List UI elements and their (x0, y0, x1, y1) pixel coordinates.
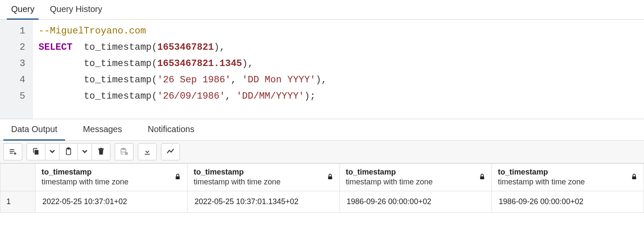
add-row-group (3, 143, 22, 160)
column-type: timestamp with time zone (194, 177, 280, 187)
line-number: 1 (0, 23, 25, 39)
code-func: to_timestamp (84, 91, 152, 102)
copy-dropdown-button[interactable] (45, 143, 60, 160)
editor-gutter: 1 2 3 4 5 (0, 20, 33, 119)
chevron-down-icon (80, 147, 89, 157)
copy-icon (32, 147, 40, 157)
tab-notifications[interactable]: Notifications (140, 119, 202, 140)
paste-button[interactable] (59, 143, 78, 160)
column-header[interactable]: to_timestamp timestamp with time zone (188, 164, 340, 191)
line-number: 5 (0, 88, 25, 105)
download-button[interactable] (138, 143, 157, 160)
add-row-icon (9, 147, 17, 157)
code-pad (39, 75, 84, 85)
code-punct: ), (242, 58, 253, 69)
svg-point-10 (121, 148, 126, 150)
save-data-button[interactable] (115, 143, 134, 160)
lock-icon (631, 173, 638, 182)
results-toolbar (0, 141, 644, 163)
svg-rect-11 (125, 152, 128, 155)
add-row-button[interactable] (3, 143, 22, 160)
download-icon (143, 147, 152, 157)
svg-rect-15 (480, 176, 484, 179)
code-string: '26/09/1986' (157, 91, 225, 102)
copy-group (27, 143, 110, 160)
row-number: 1 (0, 191, 36, 212)
chart-button[interactable] (161, 143, 180, 160)
column-name: to_timestamp (194, 167, 280, 177)
table-cell[interactable]: 1986-09-26 00:00:00+02 (492, 191, 644, 212)
svg-rect-5 (35, 150, 39, 154)
results-table: to_timestamp timestamp with time zone to… (0, 163, 644, 213)
code-string: 'DD/MM/YYYY' (236, 91, 304, 102)
code-punct: ( (152, 75, 157, 85)
tab-messages[interactable]: Messages (75, 119, 130, 140)
lock-icon (174, 173, 181, 182)
column-name: to_timestamp (346, 167, 433, 177)
code-punct: ( (152, 42, 157, 53)
database-save-icon (120, 147, 128, 157)
table-row[interactable]: 1 2022-05-25 10:37:01+02 2022-05-25 10:3… (0, 191, 644, 212)
code-string: '26 Sep 1986' (157, 75, 231, 85)
clipboard-icon (64, 147, 73, 157)
tab-query[interactable]: Query (3, 0, 42, 19)
code-punct: , (231, 75, 242, 85)
code-pad (39, 58, 84, 69)
query-tabs: Query Query History (0, 0, 644, 20)
line-number: 4 (0, 72, 25, 88)
column-header[interactable]: to_timestamp timestamp with time zone (36, 164, 188, 191)
delete-button[interactable] (92, 143, 110, 160)
copy-button[interactable] (27, 143, 45, 160)
result-tabs: Data Output Messages Notifications (0, 119, 644, 141)
column-header[interactable]: to_timestamp timestamp with time zone (340, 164, 492, 191)
table-cell[interactable]: 2022-05-25 10:37:01+02 (36, 191, 188, 212)
column-type: timestamp with time zone (346, 177, 433, 187)
column-type: timestamp with time zone (42, 177, 128, 187)
tab-data-output[interactable]: Data Output (3, 119, 65, 140)
row-number-header (0, 164, 36, 191)
code-punct: , (225, 91, 236, 102)
code-punct: ( (152, 58, 157, 69)
table-header-row: to_timestamp timestamp with time zone to… (0, 164, 644, 191)
code-number: 1653467821.1345 (157, 58, 242, 69)
chevron-down-icon (48, 147, 57, 157)
lock-icon (327, 173, 334, 182)
tab-query-history[interactable]: Query History (42, 0, 110, 19)
column-header[interactable]: to_timestamp timestamp with time zone (492, 164, 644, 191)
sql-editor[interactable]: 1 2 3 4 5 --MiguelTroyano.com SELECT to_… (0, 20, 644, 119)
code-func: to_timestamp (84, 58, 152, 69)
chart-line-icon (166, 147, 175, 157)
code-keyword: SELECT (39, 42, 72, 53)
code-comment: --MiguelTroyano.com (39, 26, 146, 36)
code-func: to_timestamp (84, 75, 152, 85)
code-string: 'DD Mon YYYY' (242, 75, 316, 85)
column-type: timestamp with time zone (498, 177, 585, 187)
code-func: to_timestamp (84, 42, 152, 53)
column-name: to_timestamp (498, 167, 585, 177)
svg-rect-13 (176, 176, 180, 179)
column-name: to_timestamp (42, 167, 128, 177)
line-number: 2 (0, 39, 25, 56)
svg-rect-9 (100, 148, 102, 149)
editor-code[interactable]: --MiguelTroyano.com SELECT to_timestamp(… (33, 20, 644, 119)
code-punct: ), (214, 42, 225, 53)
lock-icon (479, 173, 486, 182)
line-number: 3 (0, 56, 25, 72)
svg-rect-7 (68, 148, 70, 149)
svg-rect-12 (145, 154, 150, 154)
svg-rect-14 (328, 176, 332, 179)
code-number: 1653467821 (157, 42, 214, 53)
svg-rect-16 (632, 176, 636, 179)
code-punct: ); (304, 91, 316, 102)
table-cell[interactable]: 2022-05-25 10:37:01.1345+02 (188, 191, 340, 212)
save-group (115, 143, 134, 160)
code-punct: ( (152, 91, 157, 102)
code-punct: ), (316, 75, 327, 85)
code-pad (39, 91, 84, 102)
paste-dropdown-button[interactable] (78, 143, 92, 160)
table-cell[interactable]: 1986-09-26 00:00:00+02 (340, 191, 492, 212)
trash-icon (97, 147, 105, 157)
